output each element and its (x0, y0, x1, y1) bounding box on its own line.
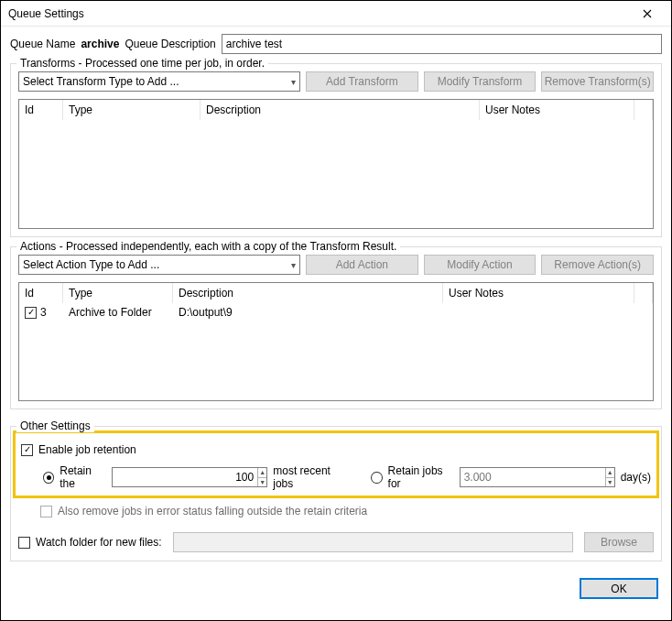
transforms-legend: Transforms - Processed one time per job,… (16, 57, 268, 70)
enable-retention-label: Enable job retention (38, 443, 136, 456)
watch-folder-label: Watch folder for new files: (36, 536, 162, 549)
col-type[interactable]: Type (63, 283, 173, 303)
remove-action-button: Remove Action(s) (541, 255, 654, 275)
col-notes[interactable]: User Notes (443, 283, 634, 303)
window-title: Queue Settings (8, 7, 84, 20)
row-type: Archive to Folder (63, 306, 173, 319)
add-transform-button: Add Transform (306, 71, 418, 92)
col-notes[interactable]: User Notes (480, 100, 634, 120)
retain-for-label: Retain jobs for (388, 464, 454, 490)
modify-transform-button: Modify Transform (424, 71, 537, 92)
queue-desc-input[interactable] (222, 34, 662, 54)
table-row[interactable]: 3 Archive to Folder D:\output\9 (19, 303, 653, 321)
action-dropdown-text: Select Action Type to Add ... (23, 258, 159, 271)
queue-desc-label: Queue Description (125, 38, 215, 50)
retain-the-label: Retain the (60, 464, 106, 490)
transforms-table[interactable]: Id Type Description User Notes (18, 99, 654, 229)
ok-button[interactable]: OK (580, 578, 658, 599)
spinner[interactable]: ▲▼ (257, 468, 266, 486)
actions-table[interactable]: Id Type Description User Notes 3 Archive… (18, 282, 654, 401)
also-remove-checkbox[interactable] (40, 506, 52, 518)
enable-retention-checkbox[interactable] (21, 444, 33, 456)
watch-folder-checkbox[interactable] (18, 537, 30, 549)
retain-count-input[interactable]: ▲▼ (112, 467, 267, 487)
col-type[interactable]: Type (63, 100, 201, 120)
chevron-down-icon: ▾ (291, 260, 296, 270)
highlight-box: Enable job retention Retain the ▲▼ most … (13, 430, 659, 498)
col-id[interactable]: Id (19, 100, 63, 120)
col-spacer (634, 100, 653, 120)
row-checkbox[interactable] (25, 307, 37, 319)
retain-days-radio[interactable] (371, 472, 382, 484)
action-type-dropdown[interactable]: Select Action Type to Add ... ▾ (18, 255, 300, 275)
most-recent-label: most recent jobs (273, 464, 348, 490)
col-id[interactable]: Id (19, 283, 63, 303)
row-id: 3 (40, 306, 47, 319)
retain-days-input: ▲▼ (460, 467, 615, 487)
actions-legend: Actions - Processed independently, each … (16, 240, 400, 253)
modify-action-button: Modify Action (424, 255, 537, 275)
watch-folder-input (173, 532, 573, 552)
remove-transform-button: Remove Transform(s) (541, 71, 654, 92)
transform-type-dropdown[interactable]: Select Transform Type to Add ... ▾ (18, 71, 300, 92)
queue-name-label: Queue Name (10, 38, 75, 50)
days-label: day(s) (621, 471, 651, 484)
queue-name-value: archive (81, 38, 119, 50)
spinner: ▲▼ (605, 468, 614, 486)
add-action-button: Add Action (306, 255, 418, 275)
col-desc[interactable]: Description (201, 100, 480, 120)
retain-count-radio[interactable] (43, 472, 54, 484)
close-button[interactable] (631, 1, 664, 27)
col-desc[interactable]: Description (173, 283, 443, 303)
also-remove-label: Also remove jobs in error status falling… (58, 505, 367, 518)
chevron-down-icon: ▾ (291, 77, 296, 87)
transform-dropdown-text: Select Transform Type to Add ... (23, 75, 179, 88)
col-spacer (634, 283, 653, 303)
browse-button: Browse (584, 532, 654, 552)
row-desc: D:\output\9 (173, 306, 443, 319)
other-settings-legend: Other Settings (16, 419, 94, 432)
